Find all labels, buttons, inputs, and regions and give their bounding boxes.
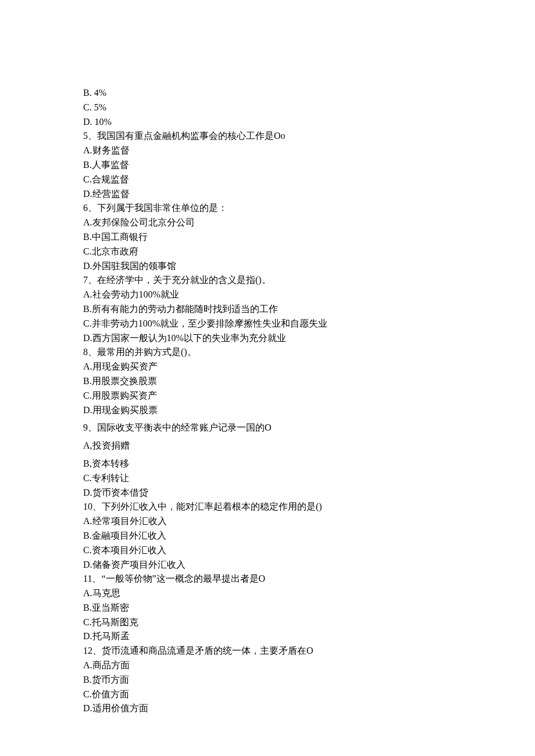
- text-line: 12、货币流通和商品流通是矛盾的统一体，主要矛盾在O: [83, 644, 535, 658]
- text-line: 11、“一般等价物”这一概念的最早提出者是O: [83, 572, 535, 586]
- text-line: B.用股票交换股票: [83, 374, 535, 389]
- text-line: A,投资捐赠: [83, 439, 535, 453]
- text-line: D. 10%: [83, 115, 535, 130]
- text-line: 10、下列外汇收入中，能对汇率起着根本的稳定作用的是(): [83, 500, 535, 514]
- text-line: C.北京市政府: [83, 245, 535, 259]
- text-line: C.并非劳动力100%就业，至少要排除摩擦性失业和自愿失业: [83, 317, 535, 331]
- text-line: D.经营监督: [83, 187, 535, 202]
- text-line: C. 5%: [83, 101, 535, 115]
- text-line: C.资本项目外汇收入: [83, 543, 535, 558]
- document-body: B. 4%C. 5%D. 10%5、我国国有重点金融机构监事会的核心工作是OoA…: [83, 86, 535, 716]
- text-line: D.储备资产项目外汇收入: [83, 558, 535, 572]
- text-line: 7、在经济学中，关于充分就业的含义是指()。: [83, 273, 535, 288]
- text-line: 9、国际收支平衡表中的经常账户记录一国的O: [83, 421, 535, 435]
- text-line: D.用现金购买股票: [83, 403, 535, 418]
- text-line: C.托马斯图克: [83, 615, 535, 630]
- text-line: 8、最常用的并购方式是()。: [83, 345, 535, 360]
- text-line: 5、我国国有重点金融机构监事会的核心工作是Oo: [83, 129, 535, 144]
- text-line: A.财务监督: [83, 144, 535, 158]
- text-line: B.人事监督: [83, 158, 535, 173]
- text-line: A.经常项目外汇收入: [83, 514, 535, 529]
- text-line: A.社会劳动力100%就业: [83, 288, 535, 302]
- text-line: A.马克思: [83, 586, 535, 601]
- text-line: B.货币方面: [83, 673, 535, 687]
- text-line: D.外国驻我国的领事馆: [83, 259, 535, 274]
- text-line: B.亚当斯密: [83, 601, 535, 615]
- text-line: B. 4%: [83, 86, 535, 101]
- text-line: B.中国工商银行: [83, 230, 535, 245]
- text-line: B.金融项目外汇收入: [83, 529, 535, 543]
- text-line: A.用现金购买资产: [83, 360, 535, 374]
- text-line: D.西方国家一般认为10%以下的失业率为充分就业: [83, 331, 535, 346]
- text-line: D.托马斯孟: [83, 629, 535, 644]
- text-line: A.友邦保险公司北京分公司: [83, 216, 535, 230]
- text-line: C.合规监督: [83, 173, 535, 187]
- text-line: C.价值方面: [83, 687, 535, 702]
- text-line: B,资本转移: [83, 457, 535, 471]
- text-line: D.货币资本借贷: [83, 486, 535, 500]
- text-line: 6、下列属于我国非常住单位的是：: [83, 201, 535, 216]
- text-line: B.所有有能力的劳动力都能随时找到适当的工作: [83, 302, 535, 317]
- text-line: C.专利转让: [83, 471, 535, 486]
- text-line: A.商品方面: [83, 658, 535, 673]
- text-line: D.适用价值方面: [83, 701, 535, 716]
- text-line: C.用股票购买资产: [83, 389, 535, 403]
